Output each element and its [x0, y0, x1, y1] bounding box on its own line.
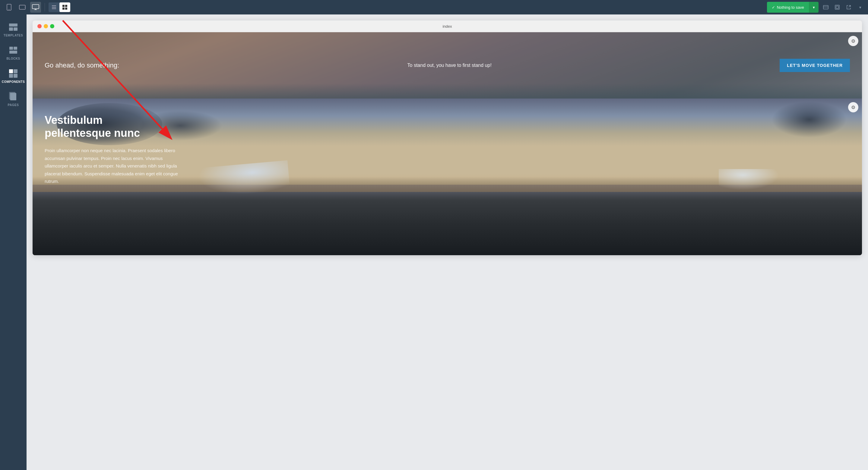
- pages-icon: [8, 92, 18, 102]
- svg-rect-18: [9, 47, 13, 50]
- browser-page-title: index: [442, 24, 452, 29]
- hero-section: Go ahead, do something: To stand out, yo…: [33, 32, 862, 99]
- grid-view-btn[interactable]: [59, 2, 70, 12]
- browser-chrome-bar: index: [33, 21, 862, 32]
- svg-rect-9: [65, 5, 67, 7]
- gear-icon: ⚙: [851, 38, 855, 44]
- svg-rect-10: [62, 7, 65, 10]
- svg-rect-11: [65, 7, 67, 10]
- blocks-icon: [8, 45, 18, 55]
- svg-rect-7: [52, 8, 56, 9]
- more-options-btn[interactable]: ▾: [856, 2, 864, 12]
- maximize-dot[interactable]: [50, 24, 54, 28]
- components-icon: [8, 69, 18, 78]
- hero-tagline: To stand out, you have to first stand up…: [131, 63, 768, 68]
- frame-btn[interactable]: [832, 2, 842, 12]
- svg-point-3: [25, 7, 25, 7]
- toolbar-right: ✓ Nothing to save ▾: [767, 2, 864, 13]
- save-dropdown-btn[interactable]: ▾: [809, 2, 818, 13]
- mountain-body-text: Proin ullamcorper non neque nec lacinia.…: [44, 147, 183, 185]
- sidebar-item-components[interactable]: COMPONENTS: [2, 66, 24, 87]
- mountain-content: Vestibulum pellentesque nunc Proin ullam…: [33, 99, 862, 200]
- toolbar-divider: [44, 3, 45, 11]
- svg-rect-4: [32, 4, 39, 9]
- svg-rect-8: [62, 5, 65, 7]
- blocks-label: BLOCKS: [6, 57, 20, 60]
- svg-rect-6: [52, 7, 56, 7]
- save-check-icon: ✓: [772, 5, 775, 10]
- svg-rect-23: [9, 74, 13, 78]
- templates-icon: [8, 22, 18, 32]
- sidebar: TEMPLATES BLOCKS COMPONEN: [0, 14, 27, 470]
- sidebar-item-blocks[interactable]: BLOCKS: [2, 42, 24, 63]
- mountain-settings-btn[interactable]: ⚙: [848, 102, 858, 112]
- components-label: COMPONENTS: [2, 80, 25, 83]
- sidebar-item-templates[interactable]: TEMPLATES: [2, 19, 24, 40]
- mountain-section: Vestibulum pellentesque nunc Proin ullam…: [33, 99, 862, 255]
- save-button-group: ✓ Nothing to save ▾: [767, 2, 818, 13]
- hero-cta-button[interactable]: LET'S MOVE TOGETHER: [780, 59, 850, 72]
- templates-label: TEMPLATES: [4, 34, 23, 37]
- svg-rect-21: [9, 69, 13, 73]
- hero-water: [33, 83, 862, 99]
- svg-rect-16: [9, 27, 13, 31]
- svg-rect-15: [9, 24, 18, 27]
- browser-window: index Go ahead, do something: To stand o…: [33, 21, 862, 255]
- svg-point-1: [9, 9, 9, 10]
- gear-icon-2: ⚙: [851, 105, 855, 110]
- chevron-down-icon: ▾: [813, 5, 815, 10]
- top-toolbar: ✓ Nothing to save ▾: [0, 0, 868, 14]
- svg-rect-20: [9, 51, 17, 54]
- minimize-dot[interactable]: [44, 24, 48, 28]
- save-label: Nothing to save: [777, 5, 804, 10]
- responsive-btn[interactable]: [821, 2, 831, 12]
- mountain-heading: Vestibulum pellentesque nunc: [44, 113, 165, 139]
- grid-toggle: [49, 2, 70, 12]
- main-layout: TEMPLATES BLOCKS COMPONEN: [0, 14, 868, 470]
- sidebar-item-pages[interactable]: PAGES: [2, 89, 24, 110]
- traffic-lights: [37, 24, 54, 28]
- svg-rect-22: [13, 69, 18, 73]
- svg-rect-27: [9, 92, 15, 99]
- svg-rect-12: [824, 5, 828, 9]
- more-chevron-icon: ▾: [859, 5, 861, 10]
- page-content: Go ahead, do something: To stand out, yo…: [33, 32, 862, 255]
- view-buttons: [821, 2, 854, 12]
- svg-rect-17: [13, 27, 18, 31]
- svg-rect-24: [13, 74, 18, 78]
- list-view-btn[interactable]: [49, 2, 59, 12]
- svg-rect-5: [52, 5, 56, 6]
- tablet-view-btn[interactable]: [17, 2, 28, 13]
- save-button[interactable]: ✓ Nothing to save: [767, 2, 809, 13]
- hero-content: Go ahead, do something: To stand out, yo…: [33, 59, 862, 72]
- canvas-area[interactable]: index Go ahead, do something: To stand o…: [27, 14, 868, 470]
- hero-text-left: Go ahead, do something:: [44, 61, 119, 70]
- external-link-btn[interactable]: [844, 2, 854, 12]
- mobile-view-btn[interactable]: [4, 2, 14, 13]
- desktop-view-btn[interactable]: [30, 2, 41, 13]
- hero-settings-btn[interactable]: ⚙: [848, 36, 858, 46]
- close-dot[interactable]: [37, 24, 42, 28]
- svg-rect-13: [835, 5, 839, 9]
- svg-rect-19: [13, 47, 17, 50]
- svg-rect-14: [836, 6, 838, 8]
- svg-rect-2: [19, 5, 25, 9]
- pages-label: PAGES: [8, 103, 19, 107]
